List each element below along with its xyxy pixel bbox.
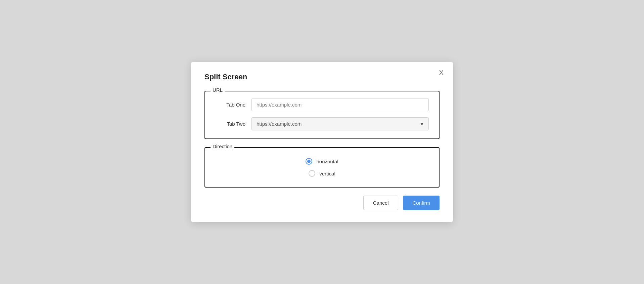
url-section: URL Tab One Tab Two https://example.com …: [204, 91, 440, 139]
vertical-radio-row[interactable]: vertical: [309, 170, 335, 177]
dialog-footer: Cancel Confirm: [204, 196, 440, 210]
vertical-radio-button[interactable]: [309, 170, 315, 177]
horizontal-radio-button[interactable]: [306, 158, 312, 165]
tab-one-input[interactable]: [251, 98, 429, 111]
split-screen-dialog: X Split Screen URL Tab One Tab Two https…: [191, 62, 453, 222]
direction-radio-group: horizontal vertical: [215, 155, 429, 179]
horizontal-radio-dot: [307, 160, 311, 163]
tab-two-row: Tab Two https://example.com https://exam…: [215, 117, 429, 130]
tab-one-label: Tab One: [215, 102, 245, 108]
horizontal-radio-row[interactable]: horizontal: [306, 158, 338, 165]
direction-legend: Direction: [211, 144, 234, 149]
tab-two-select-wrapper: https://example.com https://example.org …: [251, 117, 429, 130]
url-legend: URL: [211, 87, 225, 93]
dialog-overlay: X Split Screen URL Tab One Tab Two https…: [0, 0, 644, 284]
tab-one-row: Tab One: [215, 98, 429, 111]
dialog-title: Split Screen: [204, 73, 440, 81]
direction-section: Direction horizontal vertical: [204, 147, 440, 188]
tab-two-label: Tab Two: [215, 121, 245, 127]
confirm-button[interactable]: Confirm: [403, 196, 440, 210]
tab-two-select[interactable]: https://example.com https://example.org …: [251, 117, 429, 130]
cancel-button[interactable]: Cancel: [363, 196, 399, 210]
close-button[interactable]: X: [437, 68, 446, 77]
vertical-radio-label: vertical: [319, 171, 335, 176]
horizontal-radio-label: horizontal: [316, 159, 338, 164]
